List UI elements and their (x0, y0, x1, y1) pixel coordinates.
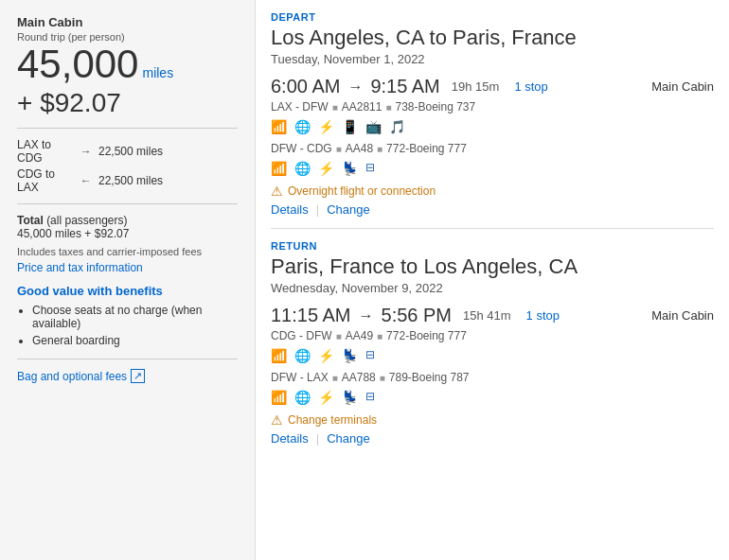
rseg1-route: CDG - DFW (271, 329, 332, 342)
seg1-route: LAX - DFW (271, 100, 329, 114)
cabin-title: Main Cabin (17, 15, 238, 29)
rseg2-flight: AA788 (342, 371, 376, 384)
depart-warning-text: Overnight flight or connection (288, 184, 436, 198)
fees-amount: + $92.07 (17, 88, 238, 118)
return-seg1-amenities: 📶 🌐 ⚡ 💺 ⊟ (271, 348, 714, 363)
return-depart-time: 11:15 AM (271, 305, 351, 326)
depart-arrow: → (347, 79, 363, 96)
benefits-list: Choose seats at no charge (when availabl… (17, 304, 238, 347)
rusb-icon-2: ⚡ (318, 390, 334, 405)
depart-cabin: Main Cabin (651, 79, 714, 94)
total-section: Total (all passengers) 45,000 miles + $9… (17, 214, 238, 240)
divider-2 (17, 203, 238, 204)
return-arrow: → (359, 307, 374, 324)
route-label-outbound: LAX to CDG (17, 138, 74, 165)
left-panel: Main Cabin Round trip (per person) 45,00… (0, 0, 256, 560)
seg2-aircraft: 772-Boeing 777 (386, 142, 467, 155)
return-seg2-amenities: 📶 🌐 ⚡ 💺 ⊟ (271, 390, 714, 405)
return-details-link[interactable]: Details (271, 431, 309, 446)
depart-seg1-amenities: 📶 🌐 ⚡ 📱 📺 🎵 (271, 119, 714, 134)
miles-amount: 45,000 (17, 44, 138, 84)
return-warning-text: Change terminals (288, 413, 377, 427)
price-tax-link[interactable]: Price and tax information (17, 261, 143, 274)
route-row-outbound: LAX to CDG → 22,500 miles (17, 138, 238, 165)
depart-seg1-details: LAX - DFW ■ AA2811 ■ 738-Boeing 737 (271, 100, 714, 114)
rseg1-flight: AA49 (346, 329, 373, 342)
total-label: Total (17, 214, 44, 227)
return-warning: ⚠ Change terminals (271, 412, 714, 428)
seg1-flight: AA2811 (342, 100, 382, 114)
rlieflat-icon: ⊟ (365, 348, 375, 363)
divider-3 (17, 359, 238, 359)
right-panel: DEPART Los Angeles, CA to Paris, France … (256, 0, 729, 560)
globe-icon: 🌐 (294, 119, 311, 134)
return-cabin: Main Cabin (651, 308, 714, 323)
depart-duration: 19h 15m (452, 79, 500, 94)
depart-time: 6:00 AM (271, 76, 340, 97)
phone-icon: 📱 (342, 119, 358, 134)
depart-change-link[interactable]: Change (327, 202, 370, 217)
route-miles-outbound: 22,500 miles (98, 145, 163, 158)
route-label-return: CDG to LAX (17, 167, 74, 194)
seg2-flight: AA48 (346, 142, 373, 155)
return-seg1-details: CDG - DFW ■ AA49 ■ 772-Boeing 777 (271, 329, 714, 342)
depart-details-link[interactable]: Details (271, 202, 309, 217)
return-arrive-time: 5:56 PM (382, 305, 452, 326)
benefit-2: General boarding (32, 334, 238, 347)
bag-fees-link[interactable]: Bag and optional fees ↗ (17, 369, 238, 383)
lieflat-icon-2: ⊟ (365, 161, 375, 176)
return-stops[interactable]: 1 stop (526, 308, 560, 323)
rglobe-icon-2: 🌐 (294, 390, 311, 405)
depart-action-row: Details | Change (271, 202, 714, 217)
return-label: RETURN (271, 240, 714, 252)
depart-warning: ⚠ Overnight flight or connection (271, 184, 714, 199)
tv-icon: 📺 (365, 119, 382, 134)
route-table: LAX to CDG → 22,500 miles CDG to LAX ← 2… (17, 138, 238, 194)
wifi-icon: 📶 (271, 119, 287, 134)
rwifi-icon-2: 📶 (271, 390, 287, 405)
depart-time-row: 6:00 AM → 9:15 AM 19h 15m 1 stop Main Ca… (271, 76, 714, 97)
rseg2-aircraft: 789-Boeing 787 (389, 371, 470, 384)
route-arrow-outbound: → (74, 145, 95, 158)
section-divider (271, 228, 714, 229)
arrive-time: 9:15 AM (370, 76, 439, 97)
seg1-aircraft: 738-Boeing 737 (395, 100, 475, 114)
depart-seg2-amenities: 📶 🌐 ⚡ 💺 ⊟ (271, 161, 714, 176)
warning-icon-return: ⚠ (271, 412, 283, 428)
bag-fees-label: Bag and optional fees (17, 370, 127, 383)
rseg1-aircraft: 772-Boeing 777 (386, 329, 467, 342)
depart-seg2-details: DFW - CDG ■ AA48 ■ 772-Boeing 777 (271, 142, 714, 155)
rwifi-icon: 📶 (271, 348, 287, 363)
depart-label: DEPART (271, 11, 714, 23)
return-date: Wednesday, November 9, 2022 (271, 281, 714, 295)
wifi-icon-2: 📶 (271, 161, 287, 176)
total-sub: (all passengers) (46, 214, 127, 227)
rglobe-icon: 🌐 (294, 348, 311, 363)
rusb-icon: ⚡ (318, 348, 334, 363)
depart-section: DEPART Los Angeles, CA to Paris, France … (271, 11, 714, 217)
return-section: RETURN Paris, France to Los Angeles, CA … (271, 240, 714, 446)
return-seg2-details: DFW - LAX ■ AA788 ■ 789-Boeing 787 (271, 371, 714, 384)
return-action-row: Details | Change (271, 431, 714, 446)
includes-text: Includes taxes and carrier-imposed fees (17, 246, 238, 257)
divider-1 (17, 128, 238, 129)
route-arrow-return: ← (74, 174, 95, 187)
globe-icon-2: 🌐 (294, 161, 311, 176)
usb-icon: ⚡ (318, 119, 334, 134)
route-miles-return: 22,500 miles (98, 174, 163, 187)
rseat-icon: 💺 (342, 348, 358, 363)
route-row-return: CDG to LAX ← 22,500 miles (17, 167, 238, 194)
benefit-1: Choose seats at no charge (when availabl… (32, 304, 238, 330)
music-icon: 🎵 (389, 119, 405, 134)
rseat-icon-2: 💺 (342, 390, 358, 405)
depart-stops[interactable]: 1 stop (514, 79, 547, 94)
seat-icon-2: 💺 (342, 161, 358, 176)
external-icon: ↗ (131, 369, 145, 383)
return-duration: 15h 41m (463, 308, 511, 323)
miles-label: miles (142, 65, 173, 80)
depart-route-heading: Los Angeles, CA to Paris, France (271, 26, 714, 50)
usb-icon-2: ⚡ (318, 161, 334, 176)
rseg2-route: DFW - LAX (271, 371, 329, 384)
return-change-link[interactable]: Change (327, 431, 370, 446)
rlieflat-icon-2: ⊟ (365, 390, 375, 405)
